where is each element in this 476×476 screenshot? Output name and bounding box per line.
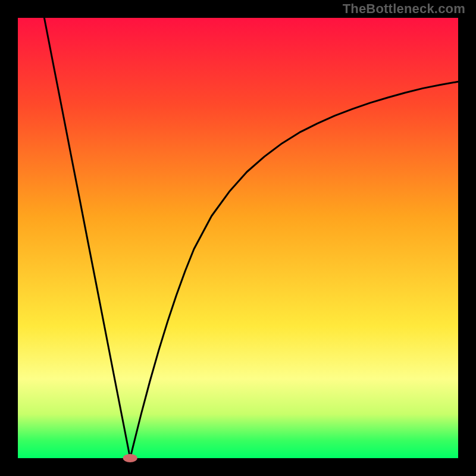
plot-background [18, 18, 458, 458]
watermark-text: TheBottleneck.com [343, 1, 465, 17]
minimum-marker [123, 454, 137, 462]
chart-frame: TheBottleneck.com [0, 0, 476, 476]
chart-svg [0, 0, 476, 476]
